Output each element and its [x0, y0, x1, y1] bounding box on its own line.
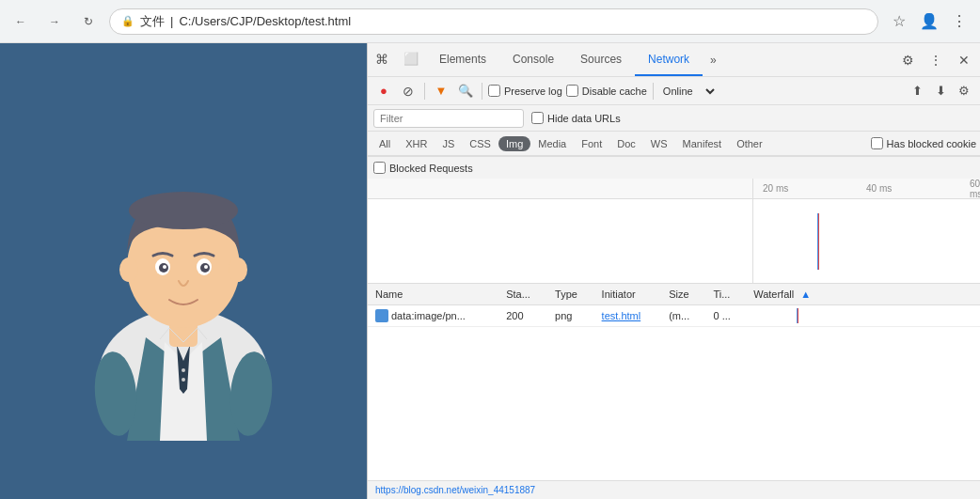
toolbar-separator-1	[424, 83, 425, 100]
type-tab-doc[interactable]: Doc	[609, 136, 643, 151]
svg-point-15	[182, 368, 185, 372]
devtools-inspect-icon[interactable]: ⌘	[368, 43, 396, 76]
requests-table-container: Name Sta... Type Initiator	[368, 284, 980, 480]
network-condition: Online Offline Slow 3G Fast 3G	[659, 85, 718, 98]
address-url: C:/Users/CJP/Desktop/test.html	[179, 14, 351, 28]
lock-icon: 🔒	[121, 15, 134, 27]
status-url: https://blog.csdn.net/weixin_44151887	[375, 485, 535, 495]
address-input[interactable]: 🔒 文件 | C:/Users/CJP/Desktop/test.html	[109, 8, 878, 35]
search-button[interactable]: 🔍	[455, 81, 476, 101]
avatar-container	[42, 84, 324, 460]
devtools-tabs: ⌘ ⬜ Elements Console Sources Network	[368, 43, 724, 76]
type-tab-xhr[interactable]: XHR	[398, 136, 435, 151]
network-toolbar: ● ⊘ ▼ 🔍 Preserve log Disable cache	[368, 77, 980, 105]
tick-60ms: 60 ms	[970, 179, 980, 199]
toolbar-separator-3	[653, 83, 654, 100]
col-type[interactable]: Type	[547, 284, 594, 305]
blocked-requests-label: Blocked Requests	[389, 163, 473, 174]
row-status-cell: 200	[498, 305, 547, 327]
tab-elements[interactable]: Elements	[426, 43, 499, 76]
svg-point-6	[229, 257, 247, 282]
col-name[interactable]: Name	[368, 284, 498, 305]
blocked-requests-bar: Blocked Requests	[368, 156, 980, 179]
svg-point-11	[163, 265, 166, 269]
row-time-cell: 0 ...	[705, 305, 746, 327]
hide-urls-checkbox[interactable]: Hide data URLs	[531, 112, 621, 124]
svg-point-12	[204, 265, 208, 269]
requests-table: Name Sta... Type Initiator	[368, 284, 980, 327]
row-waterfall-bar-red	[798, 308, 798, 323]
toolbar-separator-2	[482, 83, 482, 100]
row-waterfall-cell	[746, 305, 980, 327]
webpage-panel	[0, 43, 367, 499]
devtools-more-button[interactable]: ⋮	[924, 48, 948, 72]
avatar-illustration	[52, 102, 315, 441]
type-tab-js[interactable]: JS	[435, 136, 462, 151]
col-waterfall[interactable]: Waterfall ▲	[746, 284, 980, 305]
devtools-settings-button[interactable]: ⚙	[895, 48, 920, 72]
tab-sources[interactable]: Sources	[567, 43, 635, 76]
filter-bar: Hide data URLs	[368, 105, 980, 132]
tick-20ms: 20 ms	[763, 183, 788, 194]
row-size-cell: (m...	[661, 305, 705, 327]
devtools-panel: ⌘ ⬜ Elements Console Sources Network	[367, 43, 980, 499]
type-tab-ws[interactable]: WS	[643, 136, 675, 151]
network-settings-button[interactable]: ⚙	[954, 81, 974, 101]
type-tab-img[interactable]: Img	[498, 136, 530, 151]
timeline-header: 20 ms 40 ms 60 ms 80 ms 100 ms	[368, 179, 980, 199]
waterfall-left	[368, 199, 753, 283]
refresh-button[interactable]: ↻	[75, 8, 102, 35]
profile-button[interactable]: 👤	[916, 8, 942, 35]
devtools-responsive-icon[interactable]: ⬜	[396, 43, 426, 76]
address-separator: |	[170, 14, 173, 28]
row-type-cell: png	[547, 305, 594, 327]
col-size[interactable]: Size	[661, 284, 705, 305]
devtools-actions: ⚙ ⋮ ✕	[895, 48, 980, 72]
col-initiator[interactable]: Initiator	[594, 284, 662, 305]
row-name-cell: data:image/pn...	[368, 305, 498, 327]
record-button[interactable]: ●	[373, 81, 394, 101]
has-blocked-cookie-checkbox[interactable]: Has blocked cookie	[871, 137, 976, 149]
menu-button[interactable]: ⋮	[946, 8, 972, 35]
import-button[interactable]: ⬆	[907, 81, 927, 101]
browser-window: ← → ↻ 🔒 文件 | C:/Users/CJP/Desktop/test.h…	[0, 0, 980, 499]
type-tab-css[interactable]: CSS	[462, 136, 498, 151]
export-button[interactable]: ⬇	[930, 81, 951, 101]
type-tab-manifest[interactable]: Manifest	[675, 136, 730, 151]
tab-network[interactable]: Network	[635, 43, 703, 76]
disable-cache-checkbox[interactable]: Disable cache	[566, 85, 647, 97]
filter-icon[interactable]: ▼	[431, 81, 451, 101]
network-condition-select[interactable]: Online Offline Slow 3G Fast 3G	[659, 85, 718, 98]
col-status[interactable]: Sta...	[498, 284, 547, 305]
table-header-row: Name Sta... Type Initiator	[368, 284, 980, 305]
status-bar: https://blog.csdn.net/weixin_44151887	[368, 480, 980, 499]
address-bar: ← → ↻ 🔒 文件 | C:/Users/CJP/Desktop/test.h…	[0, 0, 980, 43]
svg-point-5	[119, 257, 138, 282]
type-tab-other[interactable]: Other	[729, 136, 770, 151]
filter-input[interactable]	[373, 109, 524, 128]
more-tabs-button[interactable]: »	[703, 54, 724, 67]
row-initiator-cell: test.html	[594, 305, 662, 327]
type-tab-media[interactable]: Media	[530, 136, 574, 151]
col-time[interactable]: Ti...	[705, 284, 746, 305]
devtools-close-button[interactable]: ✕	[952, 48, 976, 72]
blocked-requests-checkbox[interactable]	[373, 162, 386, 174]
tab-console[interactable]: Console	[499, 43, 567, 76]
bookmark-button[interactable]: ☆	[886, 8, 912, 35]
preserve-log-checkbox[interactable]: Preserve log	[488, 85, 562, 97]
toolbar-right-actions: ⬆ ⬇ ⚙	[907, 81, 974, 101]
forward-button[interactable]: →	[41, 8, 68, 35]
table-row[interactable]: data:image/pn... 200 png test.html (m...…	[368, 305, 980, 327]
devtools-topbar: ⌘ ⬜ Elements Console Sources Network	[368, 43, 980, 77]
clear-button[interactable]: ⊘	[398, 81, 419, 101]
main-area: ⌘ ⬜ Elements Console Sources Network	[0, 43, 980, 499]
type-filter-tabs: All XHR JS CSS Img Media Font	[368, 132, 980, 156]
waterfall-area	[368, 199, 980, 284]
waterfall-right	[753, 199, 980, 283]
address-label: 文件	[140, 13, 165, 30]
back-button[interactable]: ←	[8, 8, 34, 35]
svg-point-4	[129, 192, 238, 229]
type-tab-font[interactable]: Font	[574, 136, 609, 151]
type-tab-all[interactable]: All	[371, 136, 398, 151]
browser-toolbar: ☆ 👤 ⋮	[886, 8, 972, 35]
